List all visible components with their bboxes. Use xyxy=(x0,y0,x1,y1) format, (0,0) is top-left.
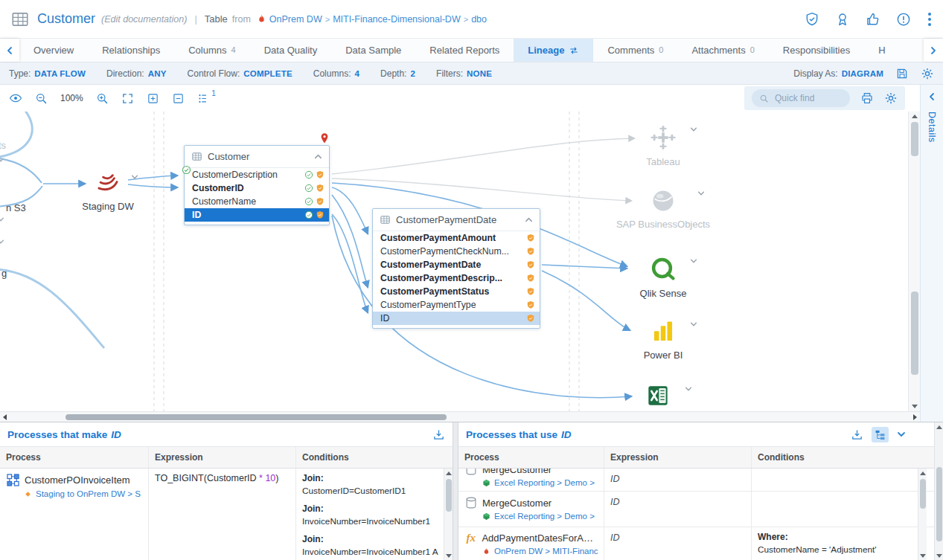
make-panel-scrollbar[interactable] xyxy=(444,469,453,560)
use-panel-scrollbar[interactable] xyxy=(918,469,927,560)
process-name[interactable]: MergeCustomer xyxy=(482,498,552,509)
breadcrumb-miti-finance[interactable]: MITI-Finance-Dimensional-DW xyxy=(333,14,461,25)
display-as-value[interactable]: DIAGRAM xyxy=(842,69,883,78)
zoom-in-icon[interactable] xyxy=(96,92,109,105)
scroll-up-arrow[interactable] xyxy=(446,472,452,475)
process-path-link[interactable]: Staging to OnPrem DW > S xyxy=(36,489,141,498)
node-staging-dw[interactable]: Staging DW xyxy=(82,170,134,212)
column-row-paymenttype[interactable]: CustomerPaymentType xyxy=(373,298,540,312)
scroll-left-arrow[interactable] xyxy=(3,414,7,420)
kebab-menu-icon[interactable] xyxy=(927,11,933,28)
page-vertical-scrollbar[interactable] xyxy=(934,422,943,560)
process-name[interactable]: AddPaymentDatesForAdjus xyxy=(482,532,598,544)
chevron-down-icon[interactable] xyxy=(697,190,705,197)
tree-view-button[interactable] xyxy=(872,427,889,442)
chevron-down-icon[interactable] xyxy=(690,257,697,265)
filter-depth-value[interactable]: 2 xyxy=(410,69,415,78)
column-row-customername[interactable]: CustomerName xyxy=(185,195,329,208)
chevron-down-icon[interactable] xyxy=(0,238,4,245)
scroll-up-arrow[interactable] xyxy=(920,472,926,475)
tabs-scroll-left-button[interactable] xyxy=(0,39,19,62)
scroll-up-arrow[interactable] xyxy=(912,115,918,118)
tab-responsibilities[interactable]: Responsibilities xyxy=(769,39,864,62)
chevron-left-icon[interactable] xyxy=(927,92,936,101)
process-name[interactable]: CustomerPOInvoiceItem xyxy=(25,474,130,486)
filter-control-flow-value[interactable]: COMPLETE xyxy=(243,69,293,78)
zoom-out-icon[interactable] xyxy=(35,92,48,105)
table-row[interactable]: AddPaymentDatesForAdjus OnPrem DW > MITI… xyxy=(458,527,943,560)
process-name[interactable]: MergeCustomer xyxy=(482,469,552,475)
filter-filters-value[interactable]: NONE xyxy=(467,69,492,78)
chevron-up-icon[interactable] xyxy=(525,216,533,224)
column-header-process[interactable]: Process xyxy=(458,447,604,468)
target-tableau[interactable]: Tableau xyxy=(618,124,708,167)
chevron-down-icon[interactable] xyxy=(0,156,4,164)
scrollbar-thumb[interactable] xyxy=(911,122,918,156)
column-row-paymentstatus[interactable]: CustomerPaymentStatus xyxy=(373,285,540,298)
download-icon[interactable] xyxy=(851,428,863,441)
tab-attachments[interactable]: Attachments0 xyxy=(677,39,768,62)
tab-data-quality[interactable]: Data Quality xyxy=(250,39,332,62)
award-icon[interactable] xyxy=(835,12,850,27)
tab-history[interactable]: H xyxy=(864,39,899,62)
scrollbar-thumb[interactable] xyxy=(911,292,918,375)
tab-data-sample[interactable]: Data Sample xyxy=(331,39,415,62)
quick-find-input[interactable] xyxy=(773,92,842,104)
table-row-clipped[interactable]: MergeCustomer Excel Reporting > Demo > I… xyxy=(458,469,943,492)
thumbs-up-icon[interactable] xyxy=(866,12,880,27)
fit-screen-icon[interactable] xyxy=(121,92,134,105)
scrollbar-thumb[interactable] xyxy=(936,467,942,541)
details-panel-collapsed[interactable]: Details xyxy=(920,85,943,411)
chevron-down-icon[interactable] xyxy=(690,126,697,133)
breadcrumb-onprem-dw[interactable]: OnPrem DW xyxy=(269,14,322,25)
column-row-paymentdescription[interactable]: CustomerPaymentDescrip... xyxy=(373,271,540,285)
gear-icon[interactable] xyxy=(884,91,898,105)
scroll-down-arrow[interactable] xyxy=(912,405,918,408)
print-icon[interactable] xyxy=(860,91,874,105)
scrollbar-thumb[interactable] xyxy=(446,479,452,512)
scroll-up-arrow[interactable] xyxy=(936,425,942,429)
column-header-expression[interactable]: Expression xyxy=(604,447,752,468)
column-row-id-selected[interactable]: ID xyxy=(185,208,329,222)
chevron-down-icon[interactable] xyxy=(685,385,692,393)
column-row-customerdescription[interactable]: CustomerDescription xyxy=(185,168,329,181)
customer-node-header[interactable]: Customer xyxy=(185,146,329,168)
process-path-link[interactable]: Excel Reporting > Demo > xyxy=(494,478,595,487)
save-icon[interactable] xyxy=(895,67,909,80)
download-icon[interactable] xyxy=(432,428,445,441)
table-row[interactable]: MergeCustomer Excel Reporting > Demo > I… xyxy=(458,492,943,527)
pin-icon[interactable] xyxy=(319,131,330,146)
details-tab-label[interactable]: Details xyxy=(927,112,937,143)
tab-overview[interactable]: Overview xyxy=(19,39,88,62)
scroll-right-arrow[interactable] xyxy=(913,414,917,420)
column-header-conditions[interactable]: Conditions xyxy=(752,447,918,468)
tab-columns[interactable]: Columns4 xyxy=(174,39,249,62)
scrollbar-thumb[interactable] xyxy=(920,479,926,509)
column-row-paymentamount[interactable]: CustomerPaymentAmount xyxy=(373,231,540,245)
scroll-down-arrow[interactable] xyxy=(936,554,942,558)
chevron-up-icon[interactable] xyxy=(314,152,322,161)
table-row[interactable]: CustomerPOInvoiceItem Staging to OnPrem … xyxy=(0,469,453,560)
tab-related-reports[interactable]: Related Reports xyxy=(415,39,514,62)
collapse-all-icon[interactable] xyxy=(172,92,185,105)
scroll-down-arrow[interactable] xyxy=(446,554,452,558)
column-header-expression[interactable]: Expression xyxy=(149,447,296,468)
eye-icon[interactable] xyxy=(9,91,22,105)
payment-node-header[interactable]: CustomerPaymentDate xyxy=(373,209,540,231)
levels-control[interactable]: 1 xyxy=(197,92,214,104)
lineage-diagram-canvas[interactable]: ts n S3 g Staging DW Customer CustomerDe… xyxy=(0,112,920,411)
panel-divider[interactable] xyxy=(453,422,458,560)
scrollbar-thumb[interactable] xyxy=(65,414,447,420)
customer-payment-date-node[interactable]: CustomerPaymentDate CustomerPaymentAmoun… xyxy=(372,208,540,329)
expand-all-icon[interactable] xyxy=(147,92,159,105)
shield-check-icon[interactable] xyxy=(805,12,819,27)
collapse-panel-chevron-icon[interactable] xyxy=(897,430,906,439)
filter-direction-value[interactable]: ANY xyxy=(148,69,167,78)
customer-table-node[interactable]: Customer CustomerDescription CustomerID … xyxy=(184,145,330,225)
tab-lineage[interactable]: Lineage xyxy=(514,39,593,62)
chevron-down-icon[interactable] xyxy=(690,321,697,328)
column-header-conditions[interactable]: Conditions xyxy=(296,447,444,468)
zoom-level[interactable]: 100% xyxy=(60,93,83,103)
canvas-horizontal-scrollbar[interactable] xyxy=(0,411,920,422)
tabs-scroll-right-button[interactable] xyxy=(924,39,943,62)
